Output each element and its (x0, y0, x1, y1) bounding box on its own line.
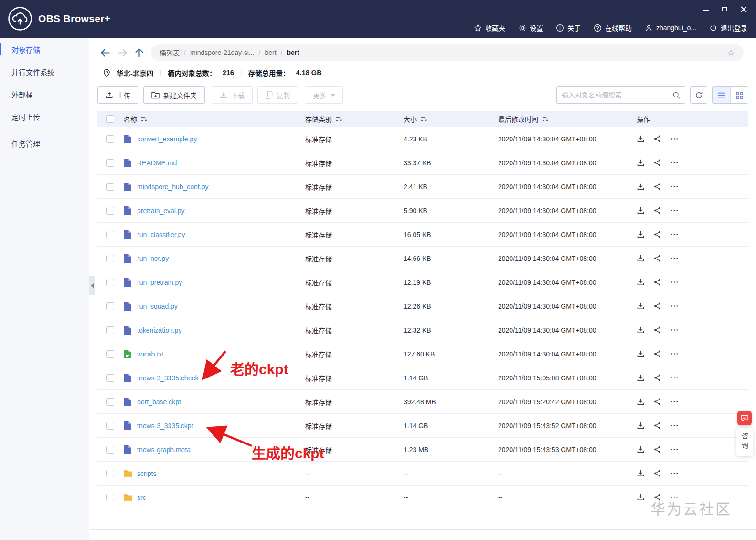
table-row[interactable]: run_squad.py 标准存储 12.26 KB 2020/11/09 14… (97, 294, 748, 318)
row-share-icon[interactable] (653, 206, 661, 215)
sidebar-item-scheduled-upload[interactable]: 定时上传 (0, 106, 89, 128)
row-download-icon[interactable] (637, 206, 645, 215)
row-checkbox[interactable] (106, 398, 114, 406)
row-share-icon[interactable] (653, 302, 661, 310)
refresh-button[interactable] (690, 86, 707, 104)
row-share-icon[interactable] (653, 278, 661, 286)
maximize-icon[interactable] (721, 5, 728, 13)
object-name-link[interactable]: run_ner.py (137, 255, 169, 262)
table-row[interactable]: tnews-graph.meta 标准存储 1.23 MB 2020/11/09… (97, 438, 748, 462)
about-menu-item[interactable]: 关于 (556, 23, 581, 32)
object-name-link[interactable]: pretrain_eval.py (137, 207, 185, 215)
object-name-link[interactable]: src (137, 494, 146, 501)
object-name-link[interactable]: bert_base.ckpt (137, 398, 181, 406)
object-name-link[interactable]: tnews-graph.meta (137, 446, 191, 454)
table-row[interactable]: tnews-3_3335.check 标准存储 1.14 GB 2020/11/… (97, 366, 748, 390)
row-checkbox[interactable] (106, 374, 114, 382)
sidebar-item-external-bucket[interactable]: 外部桶 (0, 83, 89, 106)
row-download-icon[interactable] (637, 398, 645, 406)
row-share-icon[interactable] (653, 230, 661, 238)
breadcrumb-bucket[interactable]: mindspore-21day-si... (190, 49, 255, 56)
breadcrumb-folder[interactable]: bert (265, 49, 276, 56)
chat-bubble-icon[interactable] (737, 411, 752, 425)
row-more-icon[interactable] (670, 159, 679, 167)
row-checkbox[interactable] (106, 470, 114, 477)
row-share-icon[interactable] (653, 398, 661, 406)
row-download-icon[interactable] (637, 374, 645, 382)
row-checkbox[interactable] (106, 302, 114, 310)
new-folder-button[interactable]: 新建文件夹 (143, 86, 205, 104)
search-icon[interactable] (672, 91, 680, 99)
header-name[interactable]: 名称 (124, 114, 147, 124)
row-download-icon[interactable] (637, 350, 645, 358)
row-more-icon[interactable] (670, 469, 679, 477)
table-row[interactable]: convert_example.py 标准存储 4.23 KB 2020/11/… (97, 127, 748, 151)
row-checkbox[interactable] (106, 255, 114, 262)
row-download-icon[interactable] (637, 135, 645, 143)
header-size[interactable]: 大小 (404, 114, 498, 124)
online-help-menu-item[interactable]: 在线帮助 (594, 23, 632, 32)
object-name-link[interactable]: vocab.txt (137, 350, 164, 358)
row-checkbox[interactable] (106, 326, 114, 334)
row-more-icon[interactable] (670, 230, 679, 238)
table-row[interactable]: mindspore_hub_conf.py 标准存储 2.41 KB 2020/… (97, 175, 748, 199)
back-button[interactable] (100, 48, 110, 57)
row-download-icon[interactable] (637, 230, 645, 238)
sidebar-item-task-management[interactable]: 任务管理 (0, 132, 89, 155)
close-icon[interactable] (740, 5, 747, 13)
up-button[interactable] (135, 48, 144, 58)
row-share-icon[interactable] (653, 469, 661, 477)
download-button[interactable]: 下载 (212, 86, 253, 104)
row-checkbox[interactable] (106, 422, 114, 430)
row-more-icon[interactable] (670, 421, 679, 430)
minimize-icon[interactable] (702, 5, 709, 13)
row-checkbox[interactable] (106, 159, 114, 167)
object-name-link[interactable]: convert_example.py (137, 135, 197, 143)
row-more-icon[interactable] (670, 278, 679, 286)
table-row[interactable]: pretrain_eval.py 标准存储 5.90 KB 2020/11/09… (97, 199, 748, 223)
row-checkbox[interactable] (106, 279, 114, 286)
row-more-icon[interactable] (670, 206, 679, 215)
row-checkbox[interactable] (106, 446, 114, 454)
table-row[interactable]: run_ner.py 标准存储 14.66 KB 2020/11/09 14:3… (97, 247, 748, 270)
row-share-icon[interactable] (653, 183, 661, 191)
object-name-link[interactable]: tokenization.py (137, 326, 181, 334)
row-checkbox[interactable] (106, 183, 114, 191)
chat-consult-button[interactable]: 咨询 (736, 428, 753, 456)
favorites-menu-item[interactable]: 收藏夹 (474, 23, 505, 32)
logout-menu-item[interactable]: 退出登录 (709, 23, 747, 32)
table-row[interactable]: run_classifier.py 标准存储 16.05 KB 2020/11/… (97, 223, 748, 247)
row-more-icon[interactable] (670, 398, 679, 406)
breadcrumb-bucket-list[interactable]: 桶列表 (160, 48, 180, 57)
row-download-icon[interactable] (637, 183, 645, 191)
table-row[interactable]: scripts -- -- -- (97, 462, 748, 486)
table-row[interactable]: README.md 标准存储 33.37 KB 2020/11/09 14:30… (97, 151, 748, 175)
row-download-icon[interactable] (637, 302, 645, 310)
copy-button[interactable]: 复制 (257, 86, 298, 104)
list-view-button[interactable] (713, 87, 730, 103)
table-row[interactable]: tnews-3_3335.ckpt 标准存储 1.14 GB 2020/11/0… (97, 414, 748, 438)
forward-button[interactable] (117, 48, 128, 57)
search-input[interactable] (562, 91, 672, 99)
select-all-checkbox[interactable] (106, 115, 114, 123)
row-checkbox[interactable] (106, 350, 114, 358)
row-more-icon[interactable] (670, 302, 679, 310)
sidebar-item-object-storage[interactable]: 对象存储 (0, 38, 89, 61)
header-storage-class[interactable]: 存储类别 (305, 114, 404, 124)
row-share-icon[interactable] (653, 421, 661, 430)
sidebar-collapse-handle[interactable] (89, 276, 95, 295)
row-share-icon[interactable] (653, 350, 661, 358)
upload-button[interactable]: 上传 (97, 86, 138, 104)
row-more-icon[interactable] (670, 374, 679, 382)
row-share-icon[interactable] (653, 135, 661, 143)
object-name-link[interactable]: mindspore_hub_conf.py (137, 183, 208, 191)
row-more-icon[interactable] (670, 183, 679, 191)
row-download-icon[interactable] (637, 326, 645, 334)
more-button[interactable]: 更多 (305, 86, 343, 104)
row-checkbox[interactable] (106, 207, 114, 215)
object-name-link[interactable]: tnews-3_3335.ckpt (137, 422, 193, 430)
row-download-icon[interactable] (637, 445, 645, 454)
favorite-star-icon[interactable]: ☆ (727, 47, 735, 58)
row-share-icon[interactable] (653, 374, 661, 382)
object-name-link[interactable]: run_pretrain.py (137, 279, 182, 286)
